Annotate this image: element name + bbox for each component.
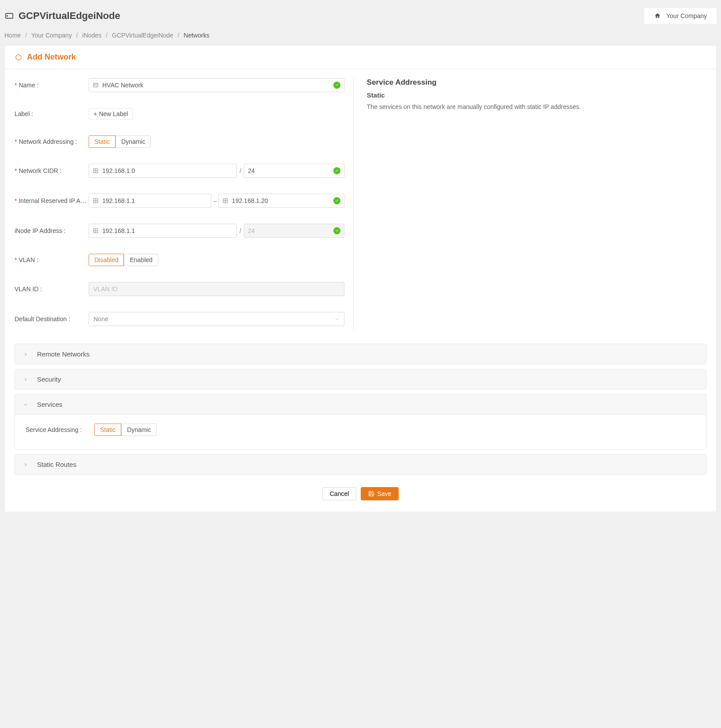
- service-addressing-dynamic[interactable]: Dynamic: [121, 424, 157, 436]
- service-addressing-label: Service Addressing :: [24, 426, 94, 433]
- panel-remote-networks: Remote Networks: [15, 344, 706, 364]
- plus-icon: +: [93, 110, 97, 117]
- panel-services: Services Service Addressing : Static Dyn…: [15, 394, 706, 450]
- storage-icon: [4, 11, 14, 21]
- save-button[interactable]: Save: [361, 487, 399, 500]
- id-card-icon: [93, 82, 99, 88]
- inode-ip-wrap[interactable]: [89, 224, 237, 238]
- chevron-right-icon: [23, 352, 29, 357]
- check-circle-icon: [333, 197, 340, 204]
- main-card: Add Network Name : Label :: [4, 45, 717, 512]
- name-input-wrap[interactable]: [89, 78, 344, 92]
- name-label: Name :: [15, 82, 89, 89]
- cidr-label: Network CIDR :: [15, 167, 89, 174]
- panel-security: Security: [15, 369, 706, 390]
- help-title: Service Addressing: [367, 78, 706, 87]
- grid-icon: [93, 198, 99, 204]
- help-panel: Service Addressing Static The services o…: [354, 78, 706, 330]
- reserved-end-wrap[interactable]: [218, 194, 344, 208]
- reserved-start-wrap[interactable]: [89, 194, 211, 208]
- panel-remote-networks-header[interactable]: Remote Networks: [15, 344, 706, 364]
- check-circle-icon: [333, 227, 340, 234]
- page-title: GCPVirtualEdgeiNode: [19, 10, 120, 22]
- breadcrumb-inodes[interactable]: iNodes: [82, 32, 102, 39]
- form-column: Name : Label : + New Label: [15, 78, 354, 330]
- chevron-down-icon: [23, 402, 29, 407]
- breadcrumb: Home / Your Company / iNodes / GCPVirtua…: [0, 30, 721, 45]
- service-addressing-static[interactable]: Static: [94, 424, 121, 436]
- vlan-disabled[interactable]: Disabled: [89, 254, 124, 266]
- cidr-ip-input[interactable]: [102, 167, 223, 174]
- new-label-button[interactable]: + New Label: [89, 108, 133, 120]
- vlan-label: VLAN :: [15, 256, 89, 263]
- network-addressing-label: Network Addressing :: [15, 138, 89, 145]
- check-circle-icon: [333, 82, 340, 89]
- vlan-enabled[interactable]: Enabled: [124, 254, 158, 266]
- panel-static-routes-header[interactable]: Static Routes: [15, 454, 706, 474]
- network-addressing-static[interactable]: Static: [89, 135, 116, 148]
- vlan-id-wrap: [89, 282, 344, 296]
- save-icon: [368, 491, 374, 497]
- inode-ip-input[interactable]: [102, 227, 233, 234]
- default-dest-label: Default Destination :: [15, 315, 89, 323]
- network-addressing-toggle: Static Dynamic: [89, 135, 151, 148]
- help-subtitle: Static: [367, 91, 706, 99]
- svg-point-1: [7, 15, 8, 16]
- inode-mask-input: [248, 227, 331, 234]
- breadcrumb-node[interactable]: GCPVirtualEdgeiNode: [112, 32, 173, 39]
- grid-icon: [93, 228, 99, 234]
- panel-static-routes: Static Routes: [15, 454, 706, 475]
- cidr-ip-wrap[interactable]: [89, 164, 237, 178]
- home-icon: [654, 12, 661, 19]
- org-name: Your Company: [666, 12, 707, 19]
- chevron-down-icon: [334, 316, 340, 322]
- svg-point-4: [94, 84, 95, 85]
- check-circle-icon: [333, 167, 340, 174]
- card-title: Add Network: [27, 53, 76, 62]
- breadcrumb-company[interactable]: Your Company: [31, 32, 72, 39]
- form-actions: Cancel Save: [5, 479, 716, 512]
- reserved-label: Internal Reserved IP Addr...: [15, 197, 89, 204]
- panel-services-header[interactable]: Services: [15, 394, 706, 415]
- panel-security-header[interactable]: Security: [15, 369, 706, 389]
- network-icon: [15, 53, 22, 61]
- cidr-mask-input[interactable]: [248, 167, 331, 174]
- chevron-right-icon: [23, 377, 29, 382]
- help-text: The services on this network are manuall…: [367, 102, 706, 112]
- svg-marker-2: [16, 54, 21, 60]
- breadcrumb-home[interactable]: Home: [4, 32, 21, 39]
- vlan-toggle: Disabled Enabled: [89, 254, 158, 266]
- breadcrumb-current: Networks: [184, 32, 209, 39]
- grid-icon: [93, 168, 99, 174]
- grid-icon: [222, 198, 228, 204]
- app-header: GCPVirtualEdgeiNode Your Company: [0, 0, 721, 30]
- reserved-start-input[interactable]: [102, 197, 207, 204]
- vlan-id-input: [93, 285, 340, 293]
- reserved-end-input[interactable]: [232, 197, 331, 204]
- cancel-button[interactable]: Cancel: [322, 487, 357, 500]
- inode-mask-wrap: [244, 224, 344, 238]
- name-input[interactable]: [102, 82, 331, 89]
- inode-ip-label: iNode IP Address :: [15, 227, 89, 234]
- chevron-right-icon: [23, 462, 29, 467]
- label-label: Label :: [15, 110, 89, 117]
- org-selector[interactable]: Your Company: [644, 8, 717, 24]
- service-addressing-toggle: Static Dynamic: [94, 424, 157, 436]
- network-addressing-dynamic[interactable]: Dynamic: [116, 135, 151, 148]
- vlan-id-label: VLAN ID :: [15, 285, 89, 293]
- cidr-mask-wrap[interactable]: [244, 164, 344, 178]
- svg-rect-3: [93, 83, 98, 87]
- default-dest-select[interactable]: None: [89, 312, 344, 326]
